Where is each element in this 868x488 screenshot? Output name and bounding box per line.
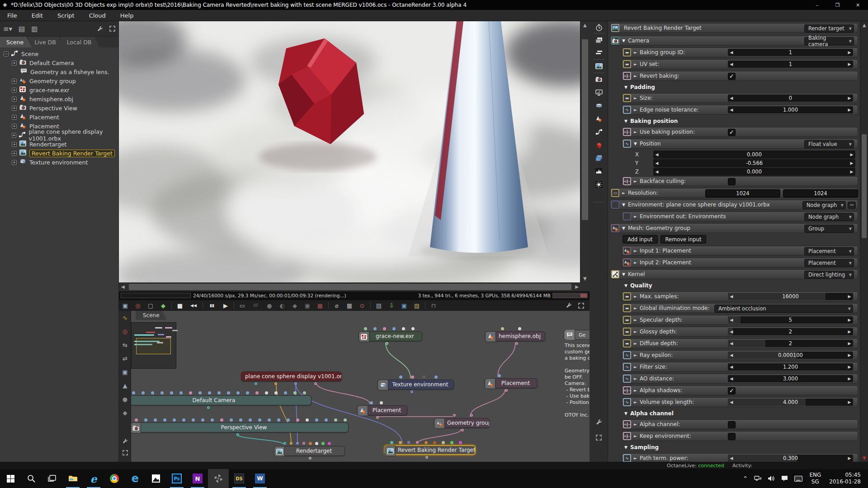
node-input-pin[interactable] (334, 418, 337, 422)
camera-picker-icon[interactable]: ▣ (304, 302, 311, 309)
row-arrow-icon[interactable]: ► (634, 74, 637, 78)
node-input-pin[interactable] (277, 418, 280, 422)
direct-lighting-dropdown[interactable]: Direct lighting▼ (804, 271, 854, 279)
clock[interactable]: 05:452016-01-28 (829, 472, 861, 485)
node-input-pin[interactable] (236, 391, 240, 394)
tree-item-rendertarget[interactable]: +Rendertarget (0, 140, 118, 149)
node-input-pin[interactable] (160, 391, 164, 394)
node-input-pin[interactable] (274, 391, 278, 394)
node-input-pin[interactable] (163, 418, 166, 422)
section-header-padding[interactable]: ▼Padding (624, 83, 655, 92)
node-type-dropdown[interactable]: Render target▼ (804, 24, 854, 33)
slider-increment-icon[interactable]: ▶ (846, 94, 853, 102)
node-input-pin[interactable] (208, 391, 211, 394)
slider-decrement-icon[interactable]: ◀ (728, 316, 735, 324)
row-arrow-icon[interactable]: ► (634, 365, 637, 369)
row-environment-out-environments[interactable]: ►Environment out: EnvironmentsNode graph… (622, 211, 858, 221)
unlock-icon[interactable]: ⊓ (430, 302, 437, 309)
horizontal-scroll-thumb[interactable] (129, 284, 571, 290)
node-input-pin[interactable] (302, 442, 305, 445)
section-header-alpha-channel[interactable]: ▼Alpha channel (624, 409, 674, 418)
float-value-dropdown[interactable]: Float value▼ (804, 140, 854, 148)
row-arrow-icon[interactable]: ▼ (622, 202, 625, 207)
node-texenv[interactable]: Texture environment (377, 380, 454, 389)
inspector-scroll-thumb[interactable] (862, 134, 867, 238)
autofocus-icon[interactable]: AF (251, 303, 260, 308)
node-input-pin[interactable] (459, 441, 462, 444)
node-input-pin[interactable] (325, 418, 328, 422)
comment-node[interactable]: Ge This scene custom geo a baking ca Geo… (564, 330, 590, 418)
slider-decrement-icon[interactable]: ◀ (653, 168, 660, 176)
row-input-1-placement[interactable]: ►Input 1: PlacementPlacement▼ (622, 246, 858, 256)
scroll-down-icon[interactable]: ▼ (583, 276, 587, 281)
node-input-pin[interactable] (132, 391, 135, 394)
collapse-icon[interactable]: − (4, 52, 9, 56)
slider-increment-icon[interactable]: ▶ (846, 328, 853, 335)
node-input-pin[interactable] (258, 418, 261, 422)
node-input-pin[interactable] (192, 418, 195, 422)
node-input-pin[interactable] (344, 418, 347, 422)
node-input-pin[interactable] (135, 418, 138, 422)
node-grace[interactable]: grace-new.exr (359, 331, 422, 341)
row-arrow-icon[interactable]: ► (634, 306, 637, 310)
node-input-pin[interactable] (425, 441, 428, 444)
node-input-pin[interactable] (230, 418, 233, 422)
value-slider-edge-noise-tolerance[interactable]: ◀1.000▶ (728, 106, 853, 113)
row-arrow-icon[interactable]: ▼ (622, 226, 625, 230)
gauge-icon[interactable]: ⊙ (359, 302, 366, 309)
expand-icon[interactable]: + (12, 124, 17, 129)
row-arrow-icon[interactable]: ► (634, 50, 637, 55)
internet-explorer[interactable]: e (83, 469, 104, 488)
row-arrow-icon[interactable]: ► (634, 108, 637, 112)
remove-input-button[interactable]: Remove input (660, 235, 707, 244)
node-input-pin[interactable] (315, 442, 318, 445)
pick-node-icon[interactable]: ◎ (119, 328, 131, 335)
expand-icon[interactable]: + (12, 160, 17, 165)
node-input-pin[interactable] (179, 391, 183, 394)
node-input-pin[interactable] (284, 391, 287, 394)
save-render-icon[interactable]: ▣ (122, 302, 129, 309)
node-geometry[interactable]: Geometry group (434, 418, 490, 428)
slider-decrement-icon[interactable]: ◀ (728, 340, 735, 347)
node-output-pin[interactable] (505, 389, 508, 392)
slider-decrement-icon[interactable]: ◀ (728, 328, 735, 335)
node-input-pin[interactable] (416, 441, 419, 444)
film-icon[interactable] (590, 103, 608, 108)
slider-increment-icon[interactable]: ▶ (846, 340, 853, 347)
node-input-pin[interactable] (383, 327, 386, 330)
checkbox-keep-environment[interactable] (728, 433, 736, 440)
value-slider-size[interactable]: ◀0▶ (728, 94, 853, 102)
menu-file[interactable]: File (0, 10, 24, 21)
expand-icon[interactable]: + (12, 115, 17, 120)
row-arrow-icon[interactable]: ► (634, 294, 637, 299)
node-input-pin[interactable] (198, 391, 202, 394)
spread-nodes-icon[interactable]: ⇆ (119, 342, 131, 348)
expand-icon[interactable]: + (12, 61, 17, 66)
scroll-up-icon[interactable]: ▲ (863, 23, 866, 28)
tree-item-grace-new-exr[interactable]: +grace-new.exr (0, 85, 118, 94)
monitor-icon[interactable] (590, 89, 608, 96)
row-arrow-icon[interactable]: ► (634, 376, 637, 381)
row-environment-plane-cone-sphere-display-v1001-orbx[interactable]: ▼Environment: plane cone sphere display … (610, 200, 858, 210)
slider-decrement-icon[interactable]: ◀ (728, 49, 735, 56)
node-input-pin[interactable] (442, 441, 445, 444)
pick-focus-icon[interactable]: ◎ (134, 302, 142, 309)
node-input-pin[interactable] (265, 391, 268, 394)
node-input-pin[interactable] (255, 391, 259, 394)
node-icon[interactable] (590, 129, 608, 135)
node-input-pin[interactable] (390, 441, 393, 444)
resolution-height-field[interactable]: 1024 (783, 189, 858, 197)
node-input-pin[interactable] (154, 418, 157, 422)
sun-icon[interactable] (590, 181, 608, 188)
menu-help[interactable]: Help (113, 10, 141, 21)
node-input-pin[interactable] (407, 441, 410, 444)
checkbox-backface-culling[interactable] (728, 178, 736, 185)
image-node-icon[interactable]: ▣ (119, 369, 131, 375)
row-input-2-placement[interactable]: ►Input 2: PlacementPlacement▼ (622, 258, 858, 267)
histogram-icon[interactable] (590, 168, 608, 174)
tree-item-texture-environment[interactable]: +Texture environment (0, 158, 118, 167)
node-output-pin[interactable] (294, 382, 297, 385)
exposure-icon[interactable]: ◐ (278, 302, 286, 309)
menu-edit[interactable]: Edit (24, 10, 50, 21)
node-hemisphere[interactable]: hemisphere.obj (485, 331, 545, 341)
